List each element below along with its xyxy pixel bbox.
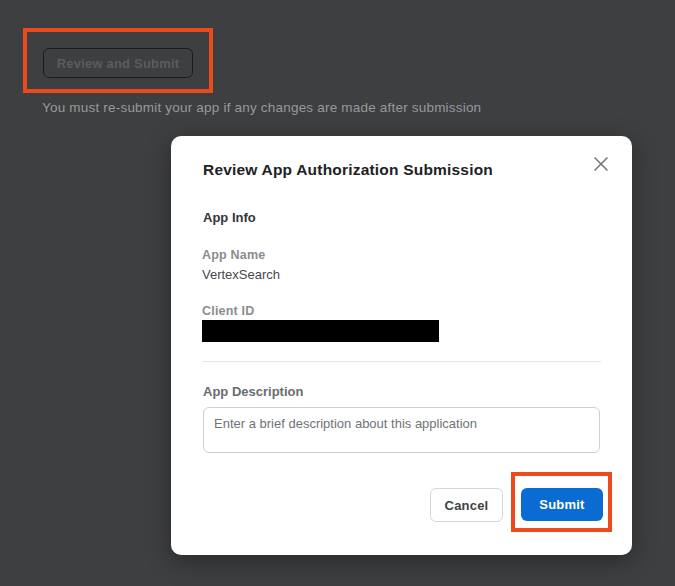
review-and-submit-button[interactable]: Review and Submit [43, 48, 193, 78]
submit-button[interactable]: Submit [521, 488, 603, 521]
screen-dimmed-overlay: Review and Submit You must re-submit you… [0, 0, 675, 586]
resubmit-helper-text: You must re-submit your app if any chang… [42, 100, 542, 115]
section-divider [202, 361, 601, 362]
client-id-label: Client ID [202, 304, 255, 318]
app-description-input[interactable] [203, 407, 600, 453]
client-id-redacted-value [202, 320, 439, 342]
app-name-value: VertexSearch [202, 267, 280, 282]
app-info-heading: App Info [203, 210, 256, 225]
modal-title: Review App Authorization Submission [203, 161, 493, 179]
app-description-label: App Description [203, 384, 303, 399]
close-button[interactable] [590, 153, 612, 175]
app-name-label: App Name [202, 248, 265, 262]
cancel-button[interactable]: Cancel [430, 488, 503, 522]
close-icon [592, 155, 610, 173]
review-submission-modal: Review App Authorization Submission App … [171, 136, 632, 555]
